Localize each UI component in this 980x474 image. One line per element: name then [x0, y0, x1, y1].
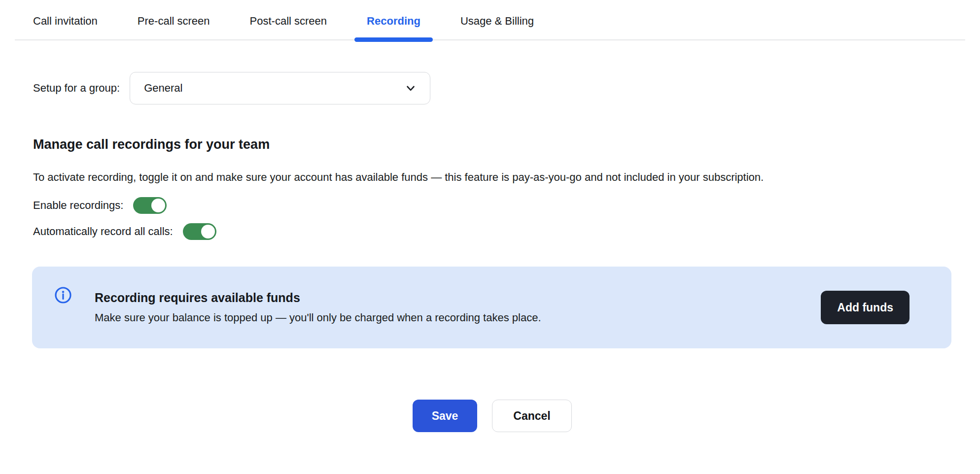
tab-recording[interactable]: Recording	[354, 0, 433, 39]
banner-message: Make sure your balance is topped up — yo…	[95, 311, 821, 324]
enable-recordings-toggle[interactable]	[133, 197, 167, 214]
banner-text: Recording requires available funds Make …	[95, 291, 821, 324]
section-heading: Manage call recordings for your team	[33, 137, 951, 152]
auto-record-toggle[interactable]	[183, 223, 216, 240]
group-setup-row: Setup for a group: General	[33, 72, 951, 104]
add-funds-button[interactable]: Add funds	[821, 291, 910, 324]
enable-recordings-label: Enable recordings:	[33, 199, 123, 212]
funds-info-banner: Recording requires available funds Make …	[32, 267, 951, 348]
tab-post-call-screen[interactable]: Post-call screen	[238, 0, 340, 39]
tab-pre-call-screen[interactable]: Pre-call screen	[125, 0, 222, 39]
info-icon	[54, 286, 72, 306]
form-actions: Save Cancel	[33, 400, 951, 432]
section-description: To activate recording, toggle it on and …	[33, 167, 951, 188]
banner-title: Recording requires available funds	[95, 291, 821, 305]
chevron-down-icon	[404, 82, 417, 95]
group-select-label: Setup for a group:	[33, 82, 120, 95]
auto-record-label: Automatically record all calls:	[33, 225, 173, 238]
settings-tab-bar: Call invitation Pre-call screen Post-cal…	[15, 0, 965, 40]
auto-record-row: Automatically record all calls:	[33, 223, 951, 240]
tab-usage-billing[interactable]: Usage & Billing	[448, 0, 546, 39]
tab-call-invitation[interactable]: Call invitation	[21, 0, 110, 39]
tabs-nav: Call invitation Pre-call screen Post-cal…	[15, 0, 965, 39]
save-button[interactable]: Save	[413, 400, 477, 432]
enable-recordings-row: Enable recordings:	[33, 197, 951, 214]
recording-settings-panel: Setup for a group: General Manage call r…	[0, 72, 980, 432]
group-select[interactable]: General	[130, 72, 430, 104]
group-select-value: General	[144, 82, 182, 95]
cancel-button[interactable]: Cancel	[492, 400, 572, 432]
